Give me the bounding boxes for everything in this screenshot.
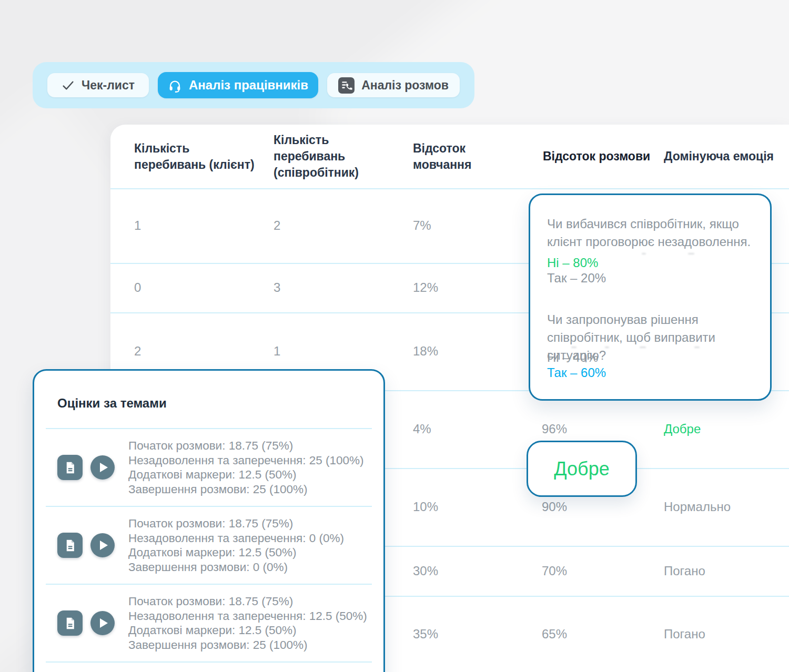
- blurred-text-artifact: [688, 253, 694, 254]
- topic-line: Початок розмови: 18.75 (75%): [128, 439, 364, 453]
- topic-line: Додаткові маркери: 12.5 (50%): [128, 467, 364, 482]
- blurred-text-artifact: [640, 347, 646, 348]
- blurred-text-artifact: [605, 347, 609, 348]
- topic-line: Завершення розмови: 0 (0%): [128, 560, 344, 575]
- tab-label: Аналіз розмов: [361, 78, 449, 93]
- topic-item: [46, 661, 372, 672]
- table-cell: Погано: [664, 564, 705, 578]
- table-cell: Нормально: [664, 500, 731, 514]
- emotion-popup: Добре: [527, 441, 637, 497]
- table-cell: 1: [274, 344, 280, 359]
- answer-line: Ні – 40%: [547, 350, 606, 365]
- topic-line: Незадоволення та заперечення: 12.5 (50%): [128, 609, 367, 624]
- column-header: Домінуюча емоція: [664, 125, 780, 188]
- topic-line: Завершення розмови: 25 (100%): [128, 482, 364, 497]
- question-popup: Чи вибачився співробітник, якщо клієнт п…: [529, 194, 772, 401]
- tab-label: Чек-лист: [82, 78, 135, 93]
- topic-item: Початок розмови: 18.75 (75%) Незадоволен…: [46, 428, 372, 506]
- tab-conversation-analysis[interactable]: Аналіз розмов: [327, 73, 460, 97]
- tab-bar: Чек-лист Аналіз працівників: [33, 62, 474, 108]
- answer-block: Ні – 40% Так – 60%: [547, 350, 606, 380]
- table-cell: 96%: [542, 422, 567, 436]
- topic-line: Незадоволення та заперечення: 0 (0%): [128, 531, 344, 546]
- topic-line: Додаткові маркери: 12.5 (50%): [128, 623, 367, 638]
- table-cell: Погано: [664, 627, 705, 642]
- table-cell: 18%: [413, 344, 438, 359]
- document-icon[interactable]: [57, 610, 83, 636]
- tab-checklist[interactable]: Чек-лист: [47, 73, 149, 97]
- table-cell: 90%: [542, 500, 567, 514]
- emotion-label: Добре: [554, 458, 609, 480]
- topic-line: Додаткові маркери: 12.5 (50%): [128, 545, 344, 560]
- table-cell: 65%: [542, 627, 567, 642]
- document-icon[interactable]: [57, 455, 83, 480]
- table-cell: 12%: [413, 280, 438, 295]
- call-log-icon: [338, 77, 355, 94]
- tab-employee-analysis[interactable]: Аналіз працівників: [158, 72, 318, 98]
- blurred-text-artifact: [694, 347, 700, 348]
- answer-block: Ні – 80% Так – 20%: [547, 255, 606, 286]
- topic-line: Початок розмови: 18.75 (75%): [128, 594, 367, 609]
- document-icon[interactable]: [57, 533, 83, 558]
- column-header: Відсоток мовчання: [413, 125, 526, 188]
- table-cell: 4%: [413, 422, 431, 436]
- topic-item: Початок розмови: 18.75 (75%) Незадоволен…: [46, 506, 372, 584]
- topic-line: Завершення розмови: 25 (100%): [128, 638, 367, 653]
- table-cell: 2: [134, 344, 141, 359]
- table-cell: 7%: [413, 218, 431, 233]
- topic-line: Початок розмови: 18.75 (75%): [128, 516, 344, 531]
- headset-icon: [168, 78, 182, 93]
- column-header: Кількість перебивань (співробітник): [274, 125, 399, 188]
- play-icon[interactable]: [90, 611, 115, 635]
- topic-item: Початок розмови: 18.75 (75%) Незадоволен…: [46, 584, 372, 661]
- table-cell: 10%: [413, 500, 438, 514]
- column-header: Відсоток розмови: [543, 125, 653, 188]
- topic-line: Незадоволення та заперечення: 25 (100%): [128, 453, 364, 468]
- play-icon[interactable]: [90, 455, 115, 480]
- panel-title: Оцінки за темами: [57, 396, 167, 411]
- table-cell: 0: [134, 280, 141, 295]
- blurred-text-artifact: [571, 347, 576, 348]
- table-cell: 30%: [413, 564, 438, 578]
- blurred-text-artifact: [642, 253, 646, 254]
- answer-line: Так – 20%: [547, 270, 606, 286]
- table-cell: 3: [274, 280, 280, 295]
- table-cell: 1: [134, 218, 141, 233]
- table-cell: 70%: [542, 564, 567, 578]
- answer-line: Ні – 80%: [547, 255, 606, 270]
- table-cell: 2: [274, 218, 280, 233]
- topics-panel: Оцінки за темами Початок розмови: 18.75 …: [33, 369, 385, 672]
- question-text: Чи вибачився співробітник, якщо клієнт п…: [547, 215, 753, 251]
- tab-label: Аналіз працівників: [189, 78, 308, 93]
- table-cell: Добре: [664, 422, 701, 436]
- play-icon[interactable]: [90, 533, 115, 557]
- answer-line: Так – 60%: [547, 365, 606, 380]
- check-icon: [62, 79, 75, 92]
- table-cell: 35%: [413, 627, 438, 642]
- page-background: Чек-лист Аналіз працівників: [0, 0, 789, 672]
- column-header: Кількість перебивань (клієнт): [134, 125, 259, 188]
